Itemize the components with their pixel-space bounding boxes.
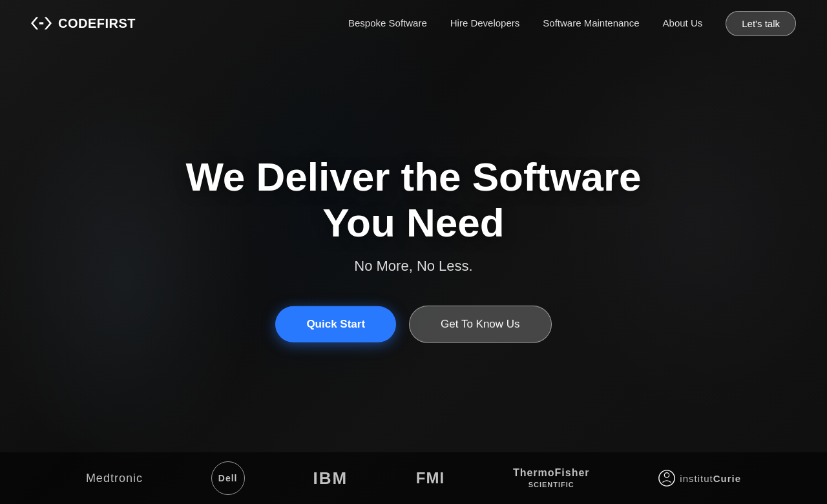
brand-logo[interactable]: CODEFIRST: [31, 16, 136, 31]
nav-item-maintenance[interactable]: Software Maintenance: [543, 17, 639, 29]
nav-link-maintenance[interactable]: Software Maintenance: [543, 17, 639, 28]
svg-marker-0: [31, 17, 38, 29]
svg-point-4: [665, 473, 669, 478]
brand-name: CODEFIRST: [58, 16, 136, 31]
nav-link-about[interactable]: About Us: [663, 17, 703, 28]
nav-item-about[interactable]: About Us: [663, 17, 703, 29]
hero-subtitle: No More, No Less.: [155, 257, 672, 274]
nav-link-hire[interactable]: Hire Developers: [450, 17, 520, 28]
hero-section: CODEFIRST Bespoke Software Hire Develope…: [0, 0, 827, 504]
logo-curie: institutCurie: [658, 469, 741, 487]
logo-thermofisher: ThermoFisher SCIENTIFIC: [513, 467, 590, 489]
svg-rect-2: [39, 22, 43, 24]
hero-buttons: Quick Start Get To Know Us: [155, 305, 672, 342]
logo-medtronic: Medtronic: [86, 472, 143, 485]
brand-logo-icon: [31, 17, 52, 30]
logo-fmi: FMI: [416, 469, 445, 487]
logos-bar: Medtronic Dell IBM FMI ThermoFisher SCIE…: [0, 452, 827, 504]
get-to-know-us-button[interactable]: Get To Know Us: [409, 305, 552, 342]
lets-talk-button[interactable]: Let's talk: [726, 11, 796, 36]
nav-item-bespoke[interactable]: Bespoke Software: [348, 17, 427, 29]
nav-link-bespoke[interactable]: Bespoke Software: [348, 17, 427, 28]
hero-content: We Deliver the Software You Need No More…: [155, 154, 672, 343]
logo-ibm: IBM: [313, 468, 348, 488]
nav-item-hire[interactable]: Hire Developers: [450, 17, 520, 29]
curie-logo-icon: [658, 469, 676, 487]
hero-title: We Deliver the Software You Need: [155, 154, 672, 246]
logo-dell: Dell: [211, 461, 245, 495]
svg-marker-1: [45, 17, 52, 29]
nav-item-cta[interactable]: Let's talk: [726, 11, 796, 36]
nav-links: Bespoke Software Hire Developers Softwar…: [348, 11, 796, 36]
quick-start-button[interactable]: Quick Start: [275, 306, 396, 342]
navbar: CODEFIRST Bespoke Software Hire Develope…: [0, 0, 827, 47]
